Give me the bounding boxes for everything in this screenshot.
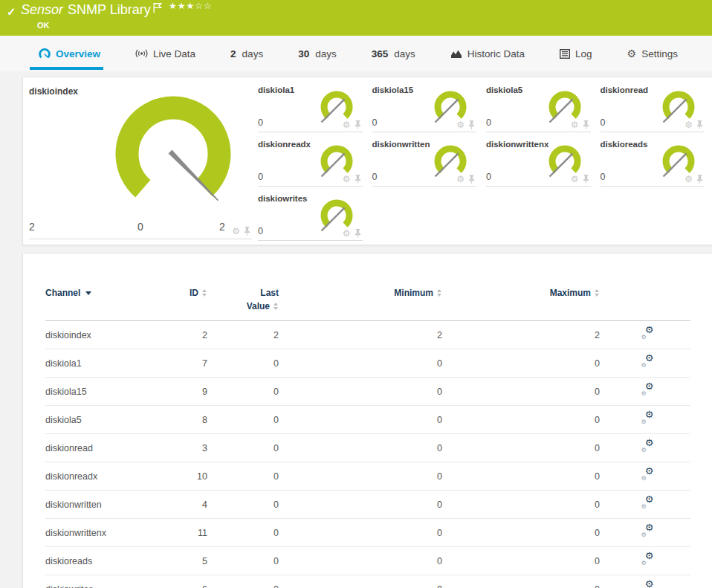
channel-maximum-cell: 0 (447, 491, 604, 519)
gauge-settings-gear-icon[interactable]: ⚙ (232, 227, 240, 236)
channel-maximum-cell: 0 (447, 462, 604, 491)
gauge-value: 0 (486, 172, 491, 182)
sensor-status-bar: ✓ SensorSNMP Library ★★★☆☆ OK (0, 0, 712, 36)
priority-stars[interactable]: ★★★☆☆ (169, 1, 213, 11)
channel-minimum-cell: 2 (283, 321, 447, 349)
tab-label: Log (575, 48, 592, 59)
table-row-diskiowrites[interactable]: diskiowrites 6 0 0 0 ⚙ ⚙ (45, 575, 690, 588)
broadcast-icon (135, 48, 148, 59)
channel-minimum-cell: 0 (283, 575, 447, 588)
tab-365-days[interactable]: 365 days (372, 36, 415, 71)
table-row-diskiola5[interactable]: diskiola5 8 0 0 0 ⚙ ⚙ (45, 406, 690, 434)
gauge-pin-icon[interactable] (696, 120, 703, 129)
gauge-value: 0 (258, 172, 263, 182)
column-header-channel[interactable]: Channel (45, 286, 187, 321)
channel-minimum-cell: 0 (283, 547, 447, 575)
channel-settings-gears-icon[interactable]: ⚙ ⚙ (641, 441, 654, 453)
column-header-id[interactable]: ID (187, 286, 212, 321)
gauge-pin-icon[interactable] (468, 175, 475, 184)
gauges-panel: diskioindex 0 2 2 ⚙ diskiola1 0 ⚙ di (22, 77, 712, 245)
column-header-minimum[interactable]: Minimum (283, 286, 447, 321)
channel-settings-gears-icon[interactable]: ⚙ ⚙ (641, 469, 654, 481)
gauge-pin-icon[interactable] (355, 175, 361, 184)
table-row-diskioindex[interactable]: diskioindex 2 2 2 2 ⚙ ⚙ (45, 321, 690, 349)
gauge-widget-diskiola5: diskiola5 0 ⚙ (486, 81, 591, 132)
tab-settings[interactable]: ⚙ Settings (627, 36, 678, 71)
gauge-widget-diskionwritten: diskionwritten 0 ⚙ (372, 135, 477, 187)
gauge-settings-gear-icon[interactable]: ⚙ (343, 120, 351, 129)
tab-label: Overview (56, 48, 100, 59)
tab-live-data[interactable]: Live Data (135, 36, 195, 71)
table-row-diskionwrittenx[interactable]: diskionwrittenx 11 0 0 0 ⚙ ⚙ (45, 519, 690, 547)
channel-settings-gears-icon[interactable]: ⚙ ⚙ (641, 413, 654, 424)
table-row-diskionread[interactable]: diskionread 3 0 0 0 ⚙ ⚙ (45, 434, 690, 462)
channel-last-value-cell: 0 (212, 349, 283, 378)
tab-log[interactable]: Log (560, 36, 592, 71)
channel-maximum-cell: 0 (447, 519, 604, 547)
channel-maximum-cell: 0 (447, 575, 604, 588)
tab-label: Historic Data (467, 48, 525, 59)
tab-overview[interactable]: Overview (39, 36, 100, 71)
channel-settings-gears-icon[interactable]: ⚙ ⚙ (641, 384, 654, 396)
channel-id-cell: 9 (187, 378, 212, 406)
gauge-icon (39, 48, 51, 59)
channel-name-cell: diskionreadx (45, 462, 187, 491)
channel-id-cell: 11 (187, 519, 212, 547)
table-row-diskionreadx[interactable]: diskionreadx 10 0 0 0 ⚙ ⚙ (45, 462, 690, 491)
tab-number: 30 (298, 48, 309, 59)
gauge-settings-gear-icon[interactable]: ⚙ (571, 120, 579, 129)
tab-label: Live Data (153, 48, 195, 59)
tab-label: days (394, 48, 415, 59)
gauge-settings-gear-icon[interactable]: ⚙ (685, 120, 693, 129)
channel-id-cell: 4 (187, 491, 212, 519)
channel-table-panel: Channel ID LastValue Minimum Maximum dis… (22, 253, 712, 588)
gauge-settings-gear-icon[interactable]: ⚙ (456, 120, 465, 129)
sort-icon (437, 289, 442, 297)
channel-settings-gears-icon[interactable]: ⚙ ⚙ (641, 328, 654, 340)
gauge-pin-icon[interactable] (244, 227, 250, 236)
gauge-settings-gear-icon[interactable]: ⚙ (685, 175, 693, 184)
column-header-last-value[interactable]: LastValue (212, 286, 283, 321)
channel-settings-gears-icon[interactable]: ⚙ ⚙ (641, 582, 654, 588)
gauge-settings-gear-icon[interactable]: ⚙ (456, 175, 465, 184)
gauge-pin-icon[interactable] (468, 120, 475, 129)
column-header-maximum[interactable]: Maximum (447, 286, 604, 321)
page-title: SensorSNMP Library (21, 2, 151, 18)
channel-settings-gears-icon[interactable]: ⚙ ⚙ (641, 497, 654, 509)
tab-number: 365 (372, 48, 389, 59)
gauge-settings-gear-icon[interactable]: ⚙ (571, 175, 579, 184)
channel-settings-gears-icon[interactable]: ⚙ ⚙ (641, 356, 654, 368)
gauge-pin-icon[interactable] (355, 229, 361, 238)
gauge-pin-icon[interactable] (355, 120, 361, 129)
table-row-diskionwritten[interactable]: diskionwritten 4 0 0 0 ⚙ ⚙ (45, 491, 690, 519)
gauge-pin-icon[interactable] (583, 120, 589, 129)
gauge-settings-gear-icon[interactable]: ⚙ (343, 229, 351, 238)
gauge-pin-icon[interactable] (583, 175, 589, 184)
channel-maximum-cell: 0 (447, 434, 604, 462)
table-row-diskiola1[interactable]: diskiola1 7 0 0 0 ⚙ ⚙ (45, 349, 690, 378)
tab-30-days[interactable]: 30 days (298, 36, 337, 71)
channel-settings-gears-icon[interactable]: ⚙ ⚙ (641, 554, 654, 566)
channel-id-cell: 7 (187, 349, 212, 378)
gauge-value: 0 (372, 172, 378, 182)
gauge-widget-diskiola1: diskiola1 0 ⚙ (258, 81, 363, 132)
gauge-value: 0 (601, 172, 606, 182)
channel-last-value-cell: 0 (212, 406, 283, 434)
priority-flag-icon[interactable] (153, 2, 162, 16)
table-row-diskiola15[interactable]: diskiola15 9 0 0 0 ⚙ ⚙ (45, 378, 690, 406)
tab-2-days[interactable]: 2 days (230, 36, 263, 71)
gauge-pin-icon[interactable] (696, 175, 703, 184)
stars-filled: ★★★ (169, 1, 195, 11)
table-row-diskioreads[interactable]: diskioreads 5 0 0 0 ⚙ ⚙ (45, 547, 690, 575)
channel-id-cell: 2 (187, 321, 212, 349)
channel-id-cell: 5 (187, 547, 212, 575)
tab-label: days (242, 48, 264, 59)
channel-maximum-cell: 2 (447, 321, 604, 349)
gauge-widget-diskioreads: diskioreads 0 ⚙ (601, 135, 705, 187)
channel-settings-gears-icon[interactable]: ⚙ ⚙ (641, 526, 654, 537)
channel-maximum-cell: 0 (447, 349, 604, 378)
channel-name-cell: diskiola5 (45, 406, 187, 434)
tab-historic-data[interactable]: Historic Data (450, 36, 525, 71)
gauge-settings-gear-icon[interactable]: ⚙ (343, 175, 351, 184)
channel-name-cell: diskionwritten (45, 491, 187, 519)
